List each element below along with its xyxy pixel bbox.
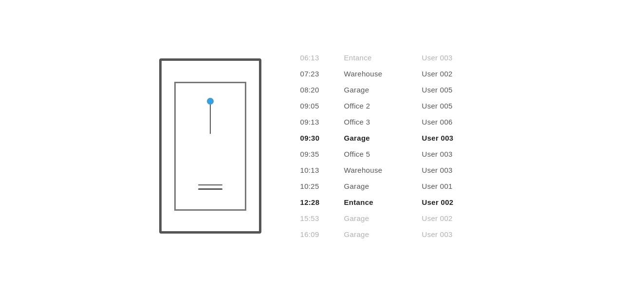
log-cell-time: 06:13 <box>300 54 344 62</box>
log-cell-location: Warehouse <box>344 70 422 78</box>
door-inner-frame <box>174 82 246 211</box>
log-row[interactable]: 09:30GarageUser 003 <box>300 130 485 146</box>
door-pin-line <box>210 105 211 134</box>
log-cell-user: User 003 <box>422 54 476 62</box>
door-pin-circle <box>207 98 214 105</box>
log-row[interactable]: 09:05Office 2User 005 <box>300 98 485 114</box>
main-container: 06:13EntanceUser 00307:23WarehouseUser 0… <box>0 0 644 292</box>
log-cell-time: 15:53 <box>300 214 344 222</box>
log-cell-time: 09:05 <box>300 102 344 110</box>
door-handle-line-bottom <box>198 188 222 190</box>
log-cell-time: 10:25 <box>300 182 344 190</box>
log-cell-user: User 002 <box>422 70 476 78</box>
log-cell-location: Garage <box>344 230 422 238</box>
log-cell-user: User 003 <box>422 166 476 174</box>
access-log-table: 06:13EntanceUser 00307:23WarehouseUser 0… <box>300 50 485 242</box>
log-cell-location: Garage <box>344 134 422 142</box>
log-row[interactable]: 10:13WarehouseUser 003 <box>300 162 485 178</box>
log-cell-time: 09:35 <box>300 150 344 158</box>
log-row[interactable]: 06:13EntanceUser 003 <box>300 50 485 66</box>
log-cell-time: 07:23 <box>300 70 344 78</box>
log-cell-user: User 002 <box>422 198 476 206</box>
door-handle-line-top <box>198 184 222 186</box>
log-cell-user: User 003 <box>422 150 476 158</box>
log-cell-user: User 003 <box>422 230 476 238</box>
log-cell-location: Warehouse <box>344 166 422 174</box>
door-handle-area <box>198 184 222 190</box>
log-cell-location: Garage <box>344 182 422 190</box>
log-cell-time: 09:13 <box>300 118 344 126</box>
door-pin-container <box>207 98 214 134</box>
log-row[interactable]: 08:20GarageUser 005 <box>300 82 485 98</box>
log-cell-location: Office 5 <box>344 150 422 158</box>
log-cell-location: Office 3 <box>344 118 422 126</box>
log-cell-time: 09:30 <box>300 134 344 142</box>
log-cell-user: User 001 <box>422 182 476 190</box>
log-row[interactable]: 12:28EntanceUser 002 <box>300 194 485 210</box>
log-cell-location: Garage <box>344 86 422 94</box>
log-row[interactable]: 16:09GarageUser 003 <box>300 226 485 242</box>
log-row[interactable]: 09:13Office 3User 006 <box>300 114 485 130</box>
log-cell-time: 08:20 <box>300 86 344 94</box>
log-cell-location: Garage <box>344 214 422 222</box>
log-cell-user: User 002 <box>422 214 476 222</box>
log-cell-location: Office 2 <box>344 102 422 110</box>
log-cell-user: User 006 <box>422 118 476 126</box>
log-cell-user: User 003 <box>422 134 476 142</box>
log-row[interactable]: 15:53GarageUser 002 <box>300 210 485 226</box>
log-cell-user: User 005 <box>422 86 476 94</box>
log-row[interactable]: 10:25GarageUser 001 <box>300 178 485 194</box>
log-row[interactable]: 07:23WarehouseUser 002 <box>300 66 485 82</box>
log-cell-location: Entance <box>344 198 422 206</box>
log-cell-time: 16:09 <box>300 230 344 238</box>
log-cell-time: 12:28 <box>300 198 344 206</box>
log-cell-location: Entance <box>344 54 422 62</box>
log-cell-user: User 005 <box>422 102 476 110</box>
log-row[interactable]: 09:35Office 5User 003 <box>300 146 485 162</box>
log-cell-time: 10:13 <box>300 166 344 174</box>
door-outer-frame <box>159 58 261 234</box>
